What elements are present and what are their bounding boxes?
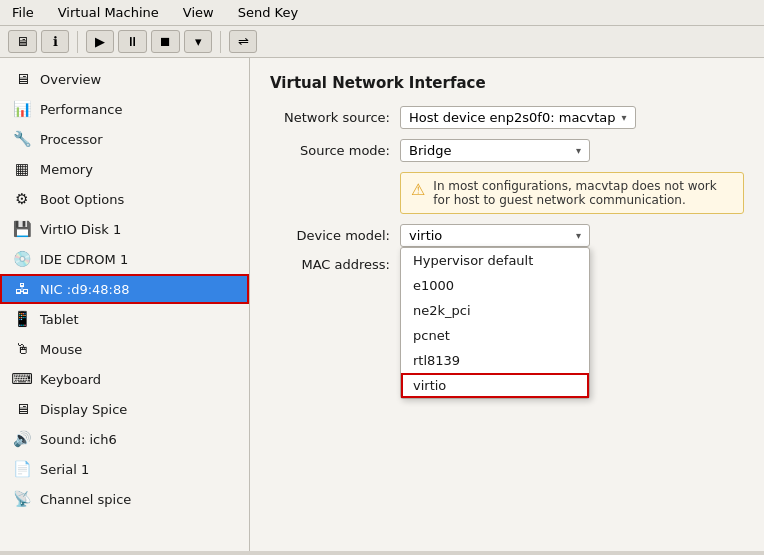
- device-model-container: virtio ▾ Hypervisor default e1000 ne2k_p…: [400, 224, 590, 247]
- source-mode-arrow: ▾: [576, 145, 581, 156]
- sidebar-label-nic: NIC :d9:48:88: [40, 282, 130, 297]
- channel-icon: 📡: [12, 489, 32, 509]
- network-source-label: Network source:: [270, 110, 400, 125]
- overview-icon: 🖥: [12, 69, 32, 89]
- toolbar-sep-2: [220, 31, 221, 53]
- sidebar-item-nic[interactable]: 🖧 NIC :d9:48:88: [0, 274, 249, 304]
- keyboard-icon: ⌨: [12, 369, 32, 389]
- warning-box: ⚠ In most configurations, macvtap does n…: [400, 172, 744, 214]
- sidebar-item-sound[interactable]: 🔊 Sound: ich6: [0, 424, 249, 454]
- sound-icon: 🔊: [12, 429, 32, 449]
- option-ne2k-pci[interactable]: ne2k_pci: [401, 298, 589, 323]
- sidebar-item-performance[interactable]: 📊 Performance: [0, 94, 249, 124]
- sidebar-label-virtio-disk: VirtIO Disk 1: [40, 222, 121, 237]
- option-virtio[interactable]: virtio: [401, 373, 589, 398]
- toolbar: 🖥 ℹ ▶ ⏸ ⏹ ▾ ⇌: [0, 26, 764, 58]
- disk-icon: 💾: [12, 219, 32, 239]
- menu-send-key[interactable]: Send Key: [234, 3, 302, 22]
- network-source-arrow: ▾: [622, 112, 627, 123]
- network-source-dropdown[interactable]: Host device enp2s0f0: macvtap ▾: [400, 106, 636, 129]
- sidebar-item-channel-spice[interactable]: 📡 Channel spice: [0, 484, 249, 514]
- sidebar-label-sound: Sound: ich6: [40, 432, 117, 447]
- network-source-value: Host device enp2s0f0: macvtap: [409, 110, 616, 125]
- mouse-icon: 🖱: [12, 339, 32, 359]
- main-layout: 🖥 Overview 📊 Performance 🔧 Processor ▦ M…: [0, 58, 764, 551]
- sidebar-label-serial: Serial 1: [40, 462, 89, 477]
- menu-file[interactable]: File: [8, 3, 38, 22]
- sidebar-item-mouse[interactable]: 🖱 Mouse: [0, 334, 249, 364]
- sidebar-label-display-spice: Display Spice: [40, 402, 127, 417]
- sidebar-item-processor[interactable]: 🔧 Processor: [0, 124, 249, 154]
- toolbar-pause-btn[interactable]: ⏸: [118, 30, 147, 53]
- source-mode-dropdown[interactable]: Bridge ▾: [400, 139, 590, 162]
- sidebar: 🖥 Overview 📊 Performance 🔧 Processor ▦ M…: [0, 58, 250, 551]
- sidebar-label-mouse: Mouse: [40, 342, 82, 357]
- menu-view[interactable]: View: [179, 3, 218, 22]
- boot-icon: ⚙: [12, 189, 32, 209]
- sidebar-label-tablet: Tablet: [40, 312, 79, 327]
- warning-text: In most configurations, macvtap does not…: [433, 179, 733, 207]
- toolbar-arrow-btn[interactable]: ▾: [184, 30, 212, 53]
- content-area: Virtual Network Interface Network source…: [250, 58, 764, 551]
- device-model-row: Device model: virtio ▾ Hypervisor defaul…: [270, 224, 744, 247]
- sidebar-label-ide-cdrom: IDE CDROM 1: [40, 252, 128, 267]
- sidebar-item-tablet[interactable]: 📱 Tablet: [0, 304, 249, 334]
- sidebar-item-display-spice[interactable]: 🖥 Display Spice: [0, 394, 249, 424]
- sidebar-item-ide-cdrom[interactable]: 💿 IDE CDROM 1: [0, 244, 249, 274]
- display-icon: 🖥: [12, 399, 32, 419]
- device-model-arrow: ▾: [576, 230, 581, 241]
- sidebar-item-serial[interactable]: 📄 Serial 1: [0, 454, 249, 484]
- sidebar-item-boot-options[interactable]: ⚙ Boot Options: [0, 184, 249, 214]
- sidebar-label-boot-options: Boot Options: [40, 192, 124, 207]
- toolbar-switch-btn[interactable]: ⇌: [229, 30, 257, 53]
- toolbar-stop-btn[interactable]: ⏹: [151, 30, 180, 53]
- mac-address-label: MAC address:: [270, 257, 400, 272]
- device-model-value: virtio: [409, 228, 442, 243]
- sidebar-item-memory[interactable]: ▦ Memory: [0, 154, 249, 184]
- memory-icon: ▦: [12, 159, 32, 179]
- sidebar-item-overview[interactable]: 🖥 Overview: [0, 64, 249, 94]
- serial-icon: 📄: [12, 459, 32, 479]
- device-model-dropdown[interactable]: virtio ▾: [400, 224, 590, 247]
- warning-icon: ⚠: [411, 180, 425, 199]
- sidebar-label-memory: Memory: [40, 162, 93, 177]
- option-hypervisor-default[interactable]: Hypervisor default: [401, 248, 589, 273]
- option-pcnet[interactable]: pcnet: [401, 323, 589, 348]
- toolbar-monitor-btn[interactable]: 🖥: [8, 30, 37, 53]
- cdrom-icon: 💿: [12, 249, 32, 269]
- performance-icon: 📊: [12, 99, 32, 119]
- option-rtl8139[interactable]: rtl8139: [401, 348, 589, 373]
- toolbar-play-btn[interactable]: ▶: [86, 30, 114, 53]
- device-model-label: Device model:: [270, 224, 400, 243]
- sidebar-label-keyboard: Keyboard: [40, 372, 101, 387]
- source-mode-label: Source mode:: [270, 143, 400, 158]
- sidebar-item-keyboard[interactable]: ⌨ Keyboard: [0, 364, 249, 394]
- toolbar-sep-1: [77, 31, 78, 53]
- tablet-icon: 📱: [12, 309, 32, 329]
- sidebar-label-processor: Processor: [40, 132, 103, 147]
- nic-icon: 🖧: [12, 279, 32, 299]
- page-title: Virtual Network Interface: [270, 74, 744, 92]
- sidebar-label-performance: Performance: [40, 102, 122, 117]
- network-source-row: Network source: Host device enp2s0f0: ma…: [270, 106, 744, 129]
- device-model-popup: Hypervisor default e1000 ne2k_pci pcnet …: [400, 247, 590, 399]
- sidebar-item-virtio-disk[interactable]: 💾 VirtIO Disk 1: [0, 214, 249, 244]
- menubar: File Virtual Machine View Send Key: [0, 0, 764, 26]
- menu-virtual-machine[interactable]: Virtual Machine: [54, 3, 163, 22]
- toolbar-info-btn[interactable]: ℹ: [41, 30, 69, 53]
- processor-icon: 🔧: [12, 129, 32, 149]
- option-e1000[interactable]: e1000: [401, 273, 589, 298]
- source-mode-value: Bridge: [409, 143, 451, 158]
- sidebar-label-channel-spice: Channel spice: [40, 492, 131, 507]
- sidebar-label-overview: Overview: [40, 72, 101, 87]
- source-mode-row: Source mode: Bridge ▾: [270, 139, 744, 162]
